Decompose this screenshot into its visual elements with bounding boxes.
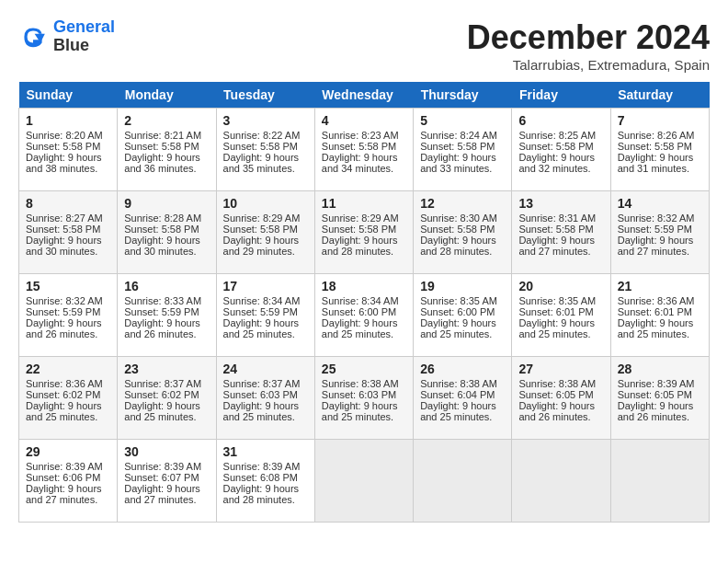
sunrise-text: Sunrise: 8:38 AM	[420, 378, 497, 389]
sunset-text: Sunset: 5:58 PM	[124, 141, 199, 152]
calendar-day-cell: 5 Sunrise: 8:24 AM Sunset: 5:58 PM Dayli…	[414, 109, 512, 191]
calendar-day-cell: 25 Sunrise: 8:38 AM Sunset: 6:03 PM Dayl…	[314, 357, 413, 440]
sunset-text: Sunset: 5:58 PM	[420, 141, 495, 152]
day-number: 26	[420, 362, 505, 376]
sunrise-text: Sunrise: 8:35 AM	[518, 295, 596, 306]
calendar-day-cell: 1 Sunrise: 8:20 AM Sunset: 5:58 PM Dayli…	[19, 109, 118, 191]
sunrise-text: Sunrise: 8:31 AM	[518, 213, 596, 224]
calendar-day-cell: 6 Sunrise: 8:25 AM Sunset: 5:58 PM Dayli…	[512, 109, 610, 191]
sunrise-text: Sunrise: 8:22 AM	[223, 130, 301, 141]
daylight-text: Daylight: 9 hours and 26 minutes.	[26, 317, 102, 339]
sunset-text: Sunset: 6:01 PM	[618, 306, 692, 317]
sunrise-text: Sunrise: 8:27 AM	[26, 213, 103, 224]
sunset-text: Sunset: 5:58 PM	[223, 141, 298, 152]
day-number: 18	[322, 279, 406, 293]
day-number: 8	[26, 196, 110, 211]
day-number: 29	[26, 444, 110, 459]
day-number: 31	[223, 444, 308, 459]
calendar-day-cell: 3 Sunrise: 8:22 AM Sunset: 5:58 PM Dayli…	[216, 109, 314, 191]
sunset-text: Sunset: 5:58 PM	[518, 224, 593, 235]
weekday-header: Saturday	[610, 82, 709, 109]
daylight-text: Daylight: 9 hours and 25 minutes.	[322, 317, 398, 339]
day-number: 11	[322, 196, 406, 211]
sunrise-text: Sunrise: 8:36 AM	[26, 378, 103, 389]
sunrise-text: Sunrise: 8:37 AM	[124, 378, 201, 389]
day-number: 10	[223, 196, 308, 211]
logo-line2: Blue	[53, 37, 115, 55]
sunset-text: Sunset: 5:58 PM	[322, 224, 396, 235]
sunset-text: Sunset: 5:58 PM	[124, 224, 199, 235]
calendar-day-cell: 8 Sunrise: 8:27 AM Sunset: 5:58 PM Dayli…	[19, 191, 118, 274]
sunset-text: Sunset: 5:58 PM	[26, 141, 100, 152]
daylight-text: Daylight: 9 hours and 28 minutes.	[420, 235, 496, 257]
logo-icon	[18, 22, 48, 52]
sunrise-text: Sunrise: 8:26 AM	[618, 130, 695, 141]
sunrise-text: Sunrise: 8:23 AM	[322, 130, 399, 141]
calendar-day-cell: 2 Sunrise: 8:21 AM Sunset: 5:58 PM Dayli…	[118, 109, 216, 191]
day-number: 16	[124, 279, 209, 293]
daylight-text: Daylight: 9 hours and 36 minutes.	[124, 152, 200, 174]
weekday-header: Sunday	[19, 82, 118, 109]
day-number: 14	[618, 196, 702, 211]
daylight-text: Daylight: 9 hours and 32 minutes.	[518, 152, 595, 174]
daylight-text: Daylight: 9 hours and 25 minutes.	[322, 400, 398, 422]
calendar-day-cell: 23 Sunrise: 8:37 AM Sunset: 6:02 PM Dayl…	[118, 357, 216, 440]
day-number: 6	[518, 113, 603, 128]
sunset-text: Sunset: 5:59 PM	[124, 306, 199, 317]
sunset-text: Sunset: 6:01 PM	[518, 306, 593, 317]
calendar-day-cell: 18 Sunrise: 8:34 AM Sunset: 6:00 PM Dayl…	[314, 274, 413, 357]
calendar-day-cell: 7 Sunrise: 8:26 AM Sunset: 5:58 PM Dayli…	[610, 109, 709, 191]
sunrise-text: Sunrise: 8:30 AM	[420, 213, 497, 224]
day-number: 21	[618, 279, 702, 293]
day-number: 23	[124, 362, 209, 376]
sunrise-text: Sunrise: 8:32 AM	[618, 213, 695, 224]
sunrise-text: Sunrise: 8:29 AM	[223, 213, 301, 224]
calendar-day-cell	[314, 440, 413, 523]
sunrise-text: Sunrise: 8:39 AM	[26, 461, 103, 472]
logo: General Blue	[18, 18, 115, 55]
logo-text: General Blue	[53, 18, 115, 55]
day-number: 30	[124, 444, 209, 459]
daylight-text: Daylight: 9 hours and 26 minutes.	[518, 400, 595, 422]
sunset-text: Sunset: 6:02 PM	[124, 389, 199, 400]
sunrise-text: Sunrise: 8:32 AM	[26, 295, 103, 306]
day-number: 1	[26, 113, 110, 128]
daylight-text: Daylight: 9 hours and 27 minutes.	[26, 483, 102, 505]
daylight-text: Daylight: 9 hours and 25 minutes.	[223, 400, 300, 422]
day-number: 19	[420, 279, 505, 293]
sunset-text: Sunset: 6:02 PM	[26, 389, 100, 400]
sunset-text: Sunset: 6:00 PM	[420, 306, 495, 317]
daylight-text: Daylight: 9 hours and 25 minutes.	[618, 317, 694, 339]
calendar-day-cell: 13 Sunrise: 8:31 AM Sunset: 5:58 PM Dayl…	[512, 191, 610, 274]
day-number: 7	[618, 113, 702, 128]
sunrise-text: Sunrise: 8:20 AM	[26, 130, 103, 141]
sunset-text: Sunset: 6:07 PM	[124, 472, 199, 483]
daylight-text: Daylight: 9 hours and 27 minutes.	[124, 483, 200, 505]
day-number: 15	[26, 279, 110, 293]
daylight-text: Daylight: 9 hours and 25 minutes.	[26, 400, 102, 422]
sunrise-text: Sunrise: 8:24 AM	[420, 130, 497, 141]
sunset-text: Sunset: 5:58 PM	[322, 141, 396, 152]
day-number: 3	[223, 113, 308, 128]
calendar-header-row: SundayMondayTuesdayWednesdayThursdayFrid…	[19, 82, 710, 109]
location: Talarrubias, Extremadura, Spain	[467, 57, 710, 73]
calendar-day-cell: 27 Sunrise: 8:38 AM Sunset: 6:05 PM Dayl…	[512, 357, 610, 440]
sunset-text: Sunset: 6:06 PM	[26, 472, 100, 483]
sunrise-text: Sunrise: 8:38 AM	[518, 378, 596, 389]
sunrise-text: Sunrise: 8:21 AM	[124, 130, 201, 141]
calendar-week-row: 15 Sunrise: 8:32 AM Sunset: 5:59 PM Dayl…	[19, 274, 710, 357]
daylight-text: Daylight: 9 hours and 38 minutes.	[26, 152, 102, 174]
sunset-text: Sunset: 5:59 PM	[618, 224, 692, 235]
calendar-day-cell	[414, 440, 512, 523]
day-number: 2	[124, 113, 209, 128]
sunset-text: Sunset: 5:59 PM	[223, 306, 298, 317]
day-number: 17	[223, 279, 308, 293]
calendar-day-cell: 29 Sunrise: 8:39 AM Sunset: 6:06 PM Dayl…	[19, 440, 118, 523]
daylight-text: Daylight: 9 hours and 27 minutes.	[518, 235, 595, 257]
sunrise-text: Sunrise: 8:29 AM	[322, 213, 399, 224]
daylight-text: Daylight: 9 hours and 29 minutes.	[223, 235, 300, 257]
calendar-week-row: 8 Sunrise: 8:27 AM Sunset: 5:58 PM Dayli…	[19, 191, 710, 274]
sunrise-text: Sunrise: 8:34 AM	[223, 295, 301, 306]
sunset-text: Sunset: 5:58 PM	[618, 141, 692, 152]
daylight-text: Daylight: 9 hours and 35 minutes.	[223, 152, 300, 174]
